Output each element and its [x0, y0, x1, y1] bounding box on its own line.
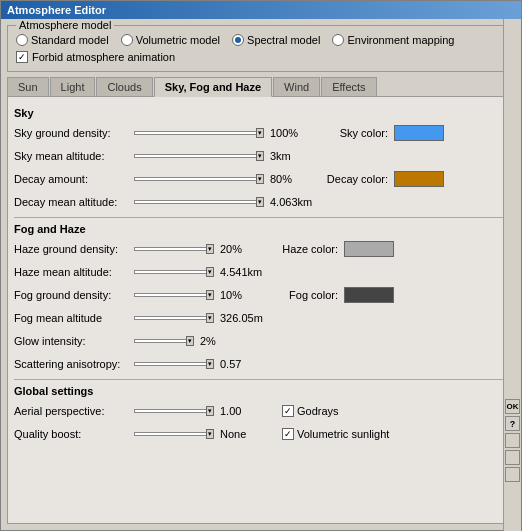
side-btn-5[interactable] — [505, 467, 520, 482]
radio-spectral-circle[interactable] — [232, 34, 244, 46]
haze-mean-altitude-row: Haze mean altitude: ▾ 4.541km — [14, 262, 508, 282]
radio-standard[interactable]: Standard model — [16, 34, 109, 46]
decay-mean-altitude-slider[interactable]: ▾ — [134, 194, 264, 210]
decay-amount-label: Decay amount: — [14, 173, 134, 185]
decay-amount-row: Decay amount: ▾ 80% Decay color: — [14, 169, 508, 189]
radio-environment-label: Environment mapping — [347, 34, 454, 46]
haze-mean-altitude-label: Haze mean altitude: — [14, 266, 134, 278]
decay-amount-value: 80% — [264, 173, 324, 185]
divider-fog-global — [14, 379, 508, 380]
radio-environment-circle[interactable] — [332, 34, 344, 46]
tab-light[interactable]: Light — [50, 77, 96, 96]
quality-boost-row: Quality boost: ▾ None ✓ Volumetric sunli… — [14, 424, 508, 444]
haze-mean-altitude-slider[interactable]: ▾ — [134, 264, 214, 280]
divider-sky-fog — [14, 217, 508, 218]
decay-color-label: Decay color: — [324, 173, 394, 185]
haze-ground-density-row: Haze ground density: ▾ 20% Haze color: — [14, 239, 508, 259]
aerial-perspective-row: Aerial perspective: ▾ 1.00 ✓ Godrays — [14, 401, 508, 421]
tab-content-sky-fog-haze: Sky Sky ground density: ▾ 100% Sky color… — [7, 96, 515, 524]
scattering-anisotropy-row: Scattering anisotropy: ▾ 0.57 — [14, 354, 508, 374]
radio-volumetric-label: Volumetric model — [136, 34, 220, 46]
scattering-anisotropy-slider[interactable]: ▾ — [134, 356, 214, 372]
sky-mean-altitude-value: 3km — [264, 150, 324, 162]
radio-standard-circle[interactable] — [16, 34, 28, 46]
tabs-row: Sun Light Clouds Sky, Fog and Haze Wind … — [7, 76, 515, 96]
fog-ground-density-slider[interactable]: ▾ — [134, 287, 214, 303]
global-section-title: Global settings — [14, 385, 508, 397]
help-button[interactable]: ? — [505, 416, 520, 431]
aerial-perspective-slider[interactable]: ▾ — [134, 403, 214, 419]
scattering-anisotropy-label: Scattering anisotropy: — [14, 358, 134, 370]
side-btn-4[interactable] — [505, 450, 520, 465]
fog-color-label: Fog color: — [274, 289, 344, 301]
godrays-item[interactable]: ✓ Godrays — [282, 405, 339, 417]
godrays-label: Godrays — [297, 405, 339, 417]
sky-ground-density-label: Sky ground density: — [14, 127, 134, 139]
atmosphere-editor-window: Atmosphere Editor Atmosphere model Stand… — [0, 0, 522, 531]
atmosphere-model-label: Atmosphere model — [16, 19, 114, 31]
fog-mean-altitude-row: Fog mean altitude ▾ 326.05m — [14, 308, 508, 328]
sky-color-swatch[interactable] — [394, 125, 444, 141]
radio-volumetric-circle[interactable] — [121, 34, 133, 46]
sky-mean-altitude-slider[interactable]: ▾ — [134, 148, 264, 164]
haze-mean-altitude-value: 4.541km — [214, 266, 274, 278]
volumetric-sunlight-label: Volumetric sunlight — [297, 428, 389, 440]
side-btn-3[interactable] — [505, 433, 520, 448]
window-title: Atmosphere Editor — [7, 4, 106, 16]
sky-ground-density-slider[interactable]: ▾ — [134, 125, 264, 141]
fog-section-title: Fog and Haze — [14, 223, 508, 235]
tab-wind[interactable]: Wind — [273, 77, 320, 96]
fog-ground-density-label: Fog ground density: — [14, 289, 134, 301]
fog-ground-density-value: 10% — [214, 289, 274, 301]
model-options-row: Standard model Volumetric model Spectral… — [16, 34, 506, 46]
tab-sun[interactable]: Sun — [7, 77, 49, 96]
sky-ground-density-row: Sky ground density: ▾ 100% Sky color: — [14, 123, 508, 143]
radio-spectral-label: Spectral model — [247, 34, 320, 46]
tab-sky-fog-haze[interactable]: Sky, Fog and Haze — [154, 77, 272, 97]
sky-mean-altitude-row: Sky mean altitude: ▾ 3km — [14, 146, 508, 166]
volumetric-sunlight-item[interactable]: ✓ Volumetric sunlight — [282, 428, 389, 440]
decay-mean-altitude-row: Decay mean altitude: ▾ 4.063km — [14, 192, 508, 212]
tab-effects[interactable]: Effects — [321, 77, 376, 96]
glow-intensity-value: 2% — [194, 335, 254, 347]
decay-color-swatch[interactable] — [394, 171, 444, 187]
fog-ground-density-row: Fog ground density: ▾ 10% Fog color: — [14, 285, 508, 305]
radio-volumetric[interactable]: Volumetric model — [121, 34, 220, 46]
haze-ground-density-slider[interactable]: ▾ — [134, 241, 214, 257]
title-bar: Atmosphere Editor — [1, 1, 521, 19]
radio-environment[interactable]: Environment mapping — [332, 34, 454, 46]
godrays-checkbox[interactable]: ✓ — [282, 405, 294, 417]
fog-mean-altitude-slider[interactable]: ▾ — [134, 310, 214, 326]
forbid-animation-item[interactable]: ✓ Forbid atmosphere animation — [16, 51, 506, 63]
decay-amount-slider[interactable]: ▾ — [134, 171, 264, 187]
volumetric-sunlight-checkbox[interactable]: ✓ — [282, 428, 294, 440]
forbid-animation-checkbox[interactable]: ✓ — [16, 51, 28, 63]
ok-button[interactable]: OK — [505, 399, 520, 414]
tab-clouds[interactable]: Clouds — [96, 77, 152, 96]
sky-section-title: Sky — [14, 107, 508, 119]
haze-ground-density-label: Haze ground density: — [14, 243, 134, 255]
quality-boost-label: Quality boost: — [14, 428, 134, 440]
sky-color-label: Sky color: — [324, 127, 394, 139]
quality-boost-value: None — [214, 428, 274, 440]
haze-color-label: Haze color: — [274, 243, 344, 255]
fog-color-swatch[interactable] — [344, 287, 394, 303]
forbid-animation-label: Forbid atmosphere animation — [32, 51, 175, 63]
fog-mean-altitude-label: Fog mean altitude — [14, 312, 134, 324]
haze-ground-density-value: 20% — [214, 243, 274, 255]
quality-boost-slider[interactable]: ▾ — [134, 426, 214, 442]
fog-mean-altitude-value: 326.05m — [214, 312, 274, 324]
decay-mean-altitude-label: Decay mean altitude: — [14, 196, 134, 208]
haze-color-swatch[interactable] — [344, 241, 394, 257]
glow-intensity-label: Glow intensity: — [14, 335, 134, 347]
sky-ground-density-value: 100% — [264, 127, 324, 139]
aerial-perspective-value: 1.00 — [214, 405, 274, 417]
radio-spectral[interactable]: Spectral model — [232, 34, 320, 46]
aerial-perspective-label: Aerial perspective: — [14, 405, 134, 417]
atmosphere-model-group: Atmosphere model Standard model Volumetr… — [7, 25, 515, 72]
sky-mean-altitude-label: Sky mean altitude: — [14, 150, 134, 162]
decay-mean-altitude-value: 4.063km — [264, 196, 324, 208]
right-panel: OK ? — [503, 19, 521, 531]
glow-intensity-row: Glow intensity: ▾ 2% — [14, 331, 508, 351]
glow-intensity-slider[interactable]: ▾ — [134, 333, 194, 349]
